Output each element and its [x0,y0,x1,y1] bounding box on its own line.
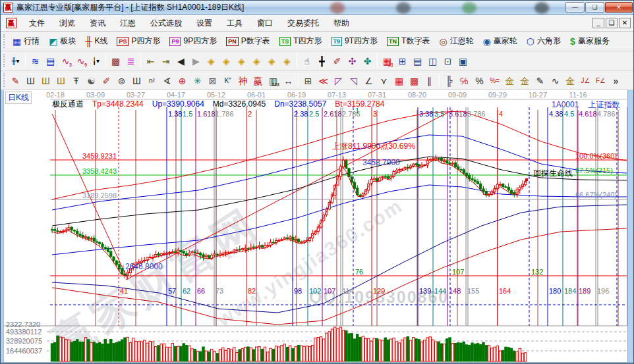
gold-tool-button[interactable]: 金 [563,73,578,88]
percent-tool-button[interactable]: % [472,73,487,88]
window-tool-button[interactable]: ⊞ [301,73,316,88]
ruler-123-button[interactable]: ▥123 [266,73,281,88]
line-manager-button[interactable]: ✤ [360,53,375,68]
count-tool-button[interactable]: ╠ [442,73,457,88]
width-measure-button[interactable]: ↔ [281,73,296,88]
menu-tools[interactable]: 工具 [219,16,250,31]
menu-help[interactable]: 帮助 [326,16,357,31]
mdi-minimize-button[interactable]: _ [592,18,604,28]
sectors-button[interactable]: ◩板块 [44,34,80,49]
mdi-restore-button[interactable]: ❏ [606,18,618,28]
gann-box-star-button[interactable]: ⊠ [205,73,220,88]
print-button[interactable]: ▣ [455,53,471,68]
gann-fan-button[interactable]: ≪ [316,73,331,88]
maximize-button[interactable]: ❏ [585,2,604,13]
kline-style-dropdown-button[interactable]: ╫▾ [8,53,23,68]
angle-pen-button[interactable]: ✐ [99,73,114,88]
price-ruler-button[interactable]: Ш [129,73,144,88]
info-note-button[interactable]: ▤ [43,53,58,68]
menu-gann[interactable]: 江恩 [113,16,143,31]
menu-window[interactable]: 窗口 [250,16,280,31]
yingjia-tool-button[interactable]: 赢 [250,73,266,88]
parallel-lines-button[interactable]: ∥ [422,73,437,88]
gann-star-button[interactable]: ✳ [190,73,205,88]
f-angle-tool-button[interactable]: F∠ [593,73,608,88]
menu-formula[interactable]: 公式选股 [143,16,189,31]
screenshot-button[interactable]: ⊡ [440,53,455,68]
pan-hand-button[interactable]: ☝ [299,53,314,68]
f-ruler-button[interactable]: Ŧ [69,73,84,88]
j-angle-tool-button[interactable]: J∠ [578,73,593,88]
next-bar-button[interactable]: ▶ [188,53,204,68]
chart-area[interactable]: 赢家财富网 www.yingjia360.com QQ:1098300860 日… [1,90,634,364]
gold-ruler-1-button[interactable]: Ш [38,73,53,88]
menu-news[interactable]: 资讯 [82,16,113,31]
right-scrollbar[interactable] [627,90,634,364]
reset-view-button[interactable]: ◈ [279,53,295,68]
volume-profile-button[interactable]: ≣ [123,53,138,68]
save-button[interactable]: ◫ [425,53,440,68]
zoom-in-button[interactable]: ◈ [219,53,234,68]
percent-line-button[interactable]: %= [487,73,502,88]
t-square-button[interactable]: TST四方形 [275,34,327,49]
draw-pen-button[interactable]: ✎ [8,73,23,88]
crosshair-button[interactable]: ╋ [314,53,330,68]
ink-pen-button[interactable]: ✎ [533,73,548,88]
report-button[interactable]: ▤ [410,53,425,68]
angle-tool-button[interactable]: ∢ [159,73,175,88]
toolbar-grip[interactable] [3,54,5,67]
gold-ruler-2-button[interactable]: Ш [53,73,69,88]
winner-service-button[interactable]: $赢家服务 [565,34,614,49]
wave-tool-button[interactable]: ∿ [548,73,563,88]
fit-all-button[interactable]: ◈ [264,53,279,68]
kline-canvas[interactable] [1,90,634,364]
more-tools-button[interactable]: » [608,73,623,88]
period-tab-daily[interactable]: 日K线 [5,91,32,104]
circle-cross-button[interactable]: ⊕ [175,73,190,88]
square-of-nine-button[interactable]: n² [144,73,159,88]
last-page-button[interactable]: ⇥ [158,53,173,68]
shen-tool-button[interactable]: 神 [235,73,250,88]
angle-lines-button[interactable]: ∠ [361,73,376,88]
zoom-out-button[interactable]: ◈ [204,53,219,68]
v-lines-button[interactable]: ⋎ [376,73,391,88]
quotes-button[interactable]: ▦行情 [8,34,44,49]
title-bar[interactable]: 赢 赢家江恩专业版[赢家服务平台] - [上证指数 SH1A0001-189日K… [1,1,634,15]
p-number-table-button[interactable]: PNP数字表 [221,34,275,49]
menu-view[interactable]: 浏览 [52,16,82,31]
nine-t-square-button[interactable]: T99T四方形 [327,34,383,49]
winner-wheel-button[interactable]: ◉赢家轮 [478,34,522,49]
menu-file[interactable]: 文件 [22,16,52,31]
compress-button[interactable]: ◈ [234,53,249,68]
calendar-button[interactable]: ▦21 [380,53,395,68]
gold-line-tool-button[interactable]: 金 [517,73,533,88]
wave-3-button[interactable]: ∿3 [58,53,73,68]
hexagon-button[interactable]: ⬡六角形 [522,34,565,49]
p-square-button[interactable]: PSP四方形 [112,34,165,49]
price-grid-2-button[interactable]: ▩ [407,73,422,88]
t-number-table-button[interactable]: TNT数字表 [382,34,434,49]
close-button[interactable]: ✕ [605,2,633,13]
gann-text-button[interactable]: ✣ [345,53,360,68]
gold-circle-tool-button[interactable]: 金 [502,73,517,88]
toolbar-grip[interactable] [3,73,5,86]
kline-button[interactable]: ╫K线 [80,34,112,49]
nine-p-square-button[interactable]: P99P四方形 [165,34,221,49]
percent-slash-button[interactable]: ℅ [457,73,472,88]
gann-box-fan-1-button[interactable]: ◸ [331,73,346,88]
angle-measure-button[interactable]: ✐ [330,53,345,68]
gann-spiral-button[interactable]: ☯ [84,73,99,88]
toolbar-grip[interactable] [3,34,5,47]
candle-style-dropdown-button[interactable]: ╽▾ [88,53,103,68]
calculator-button[interactable]: ⊞ [395,53,410,68]
chip-distribution-button[interactable]: ▩ [108,53,123,68]
price-grid-1-button[interactable]: ▦ [391,73,407,88]
wave-9-button[interactable]: ∿9 [73,53,88,68]
kline-mark-button[interactable]: K″ [220,73,235,88]
expand-button[interactable]: ◈ [249,53,264,68]
time-circle-button[interactable]: ⊚ [114,73,129,88]
menu-trade[interactable]: 交易委托 [280,16,326,31]
menu-settings[interactable]: 设置 [189,16,219,31]
prev-bar-button[interactable]: ◀ [173,53,188,68]
minimize-button[interactable]: — [565,2,585,13]
